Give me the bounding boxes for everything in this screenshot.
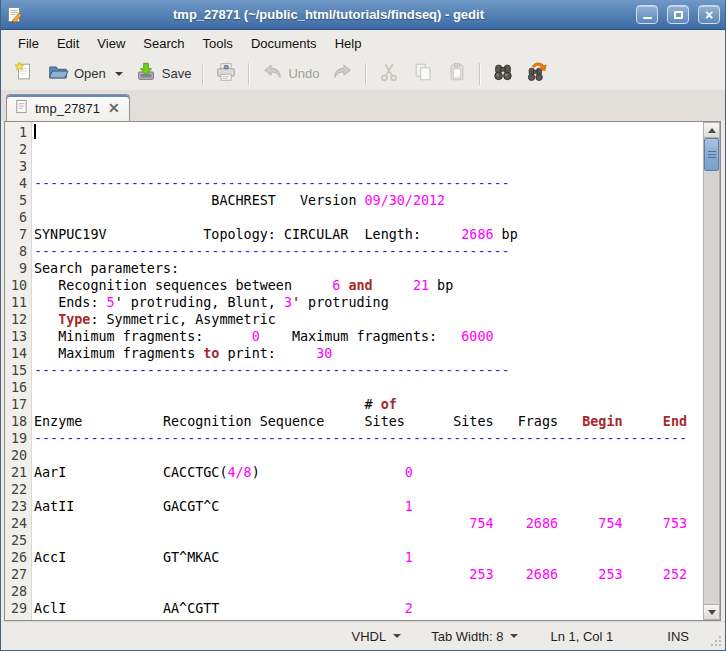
menu-item-search[interactable]: Search bbox=[134, 32, 193, 55]
toolbar-separator bbox=[365, 63, 367, 85]
menu-item-documents[interactable]: Documents bbox=[242, 32, 326, 55]
code-line: Ends: 5' protruding, Blunt, 3' protrudin… bbox=[34, 294, 701, 311]
text-cursor bbox=[34, 124, 36, 139]
copy-button[interactable] bbox=[406, 60, 440, 87]
line-number: 30 bbox=[5, 617, 27, 620]
code-line: ----------------------------------------… bbox=[34, 175, 701, 192]
code-line: ----------------------------------------… bbox=[34, 430, 701, 447]
code-line bbox=[34, 447, 701, 464]
paste-button[interactable] bbox=[440, 60, 474, 87]
line-number: 9 bbox=[5, 260, 27, 277]
line-number: 3 bbox=[5, 158, 27, 175]
close-button[interactable]: × bbox=[698, 5, 720, 24]
editor-area: 1234567891011121314151617181920212223242… bbox=[1, 121, 725, 621]
line-number: 13 bbox=[5, 328, 27, 345]
code-line bbox=[34, 209, 701, 226]
toolbar-separator bbox=[479, 63, 481, 85]
arrow-down-icon bbox=[708, 610, 716, 615]
titlebar[interactable]: tmp_27871 (~/public_html/tutorials/finds… bbox=[1, 0, 725, 30]
paste-clipboard-icon bbox=[446, 61, 468, 87]
tab-width-selector[interactable]: Tab Width: 8 bbox=[427, 626, 522, 647]
close-icon: × bbox=[705, 8, 713, 22]
maximize-icon bbox=[674, 11, 683, 19]
scroll-up-button[interactable] bbox=[703, 122, 720, 138]
line-number: 8 bbox=[5, 243, 27, 260]
scrollbar-thumb[interactable] bbox=[704, 138, 719, 171]
code-line: 1071 2313 1444 1070 bbox=[34, 617, 701, 620]
code-line: Recognition sequences between 6 and 21 b… bbox=[34, 277, 701, 294]
code-line: 253 2686 253 252 bbox=[34, 566, 701, 583]
maximize-button[interactable] bbox=[667, 5, 689, 24]
open-folder-icon bbox=[47, 61, 69, 87]
tab-width-label: Tab Width: 8 bbox=[431, 629, 503, 644]
line-number: 17 bbox=[5, 396, 27, 413]
text-frame: 1234567891011121314151617181920212223242… bbox=[4, 121, 721, 621]
code-line bbox=[34, 532, 701, 549]
menu-item-view[interactable]: View bbox=[88, 32, 134, 55]
save-button[interactable]: Save bbox=[129, 60, 198, 87]
arrow-up-icon bbox=[708, 128, 716, 133]
replace-button[interactable] bbox=[520, 60, 554, 87]
menu-item-file[interactable]: File bbox=[9, 32, 48, 55]
line-number: 4 bbox=[5, 175, 27, 192]
vertical-scrollbar[interactable] bbox=[703, 122, 720, 620]
scrollbar-trough[interactable] bbox=[703, 138, 720, 604]
code-line: AarI CACCTGC(4/8) 0 bbox=[34, 464, 701, 481]
line-number: 24 bbox=[5, 515, 27, 532]
menu-item-help[interactable]: Help bbox=[326, 32, 371, 55]
scroll-down-button[interactable] bbox=[703, 604, 720, 620]
line-number: 25 bbox=[5, 532, 27, 549]
line-number: 23 bbox=[5, 498, 27, 515]
find-binoculars-icon bbox=[492, 61, 514, 87]
resize-grip[interactable] bbox=[710, 635, 722, 647]
window-title: tmp_27871 (~/public_html/tutorials/finds… bbox=[30, 7, 627, 22]
line-number: 6 bbox=[5, 209, 27, 226]
chevron-down-icon bbox=[393, 634, 401, 638]
language-selector[interactable]: VHDL bbox=[348, 626, 406, 647]
undo-icon bbox=[261, 61, 283, 87]
tab-close-icon[interactable]: ✕ bbox=[106, 101, 122, 115]
line-number: 27 bbox=[5, 566, 27, 583]
line-number: 19 bbox=[5, 430, 27, 447]
open-button[interactable]: Open bbox=[41, 60, 129, 87]
menu-item-edit[interactable]: Edit bbox=[48, 32, 88, 55]
undo-button-label: Undo bbox=[288, 66, 319, 81]
line-number: 16 bbox=[5, 379, 27, 396]
find-button[interactable] bbox=[486, 60, 520, 87]
code-line: Minimum fragments: 0 Maximum fragments: … bbox=[34, 328, 701, 345]
new-document-button[interactable] bbox=[7, 60, 41, 87]
menubar: FileEditViewSearchToolsDocumentsHelp bbox=[1, 30, 725, 57]
undo-button[interactable]: Undo bbox=[255, 60, 325, 87]
line-number: 15 bbox=[5, 362, 27, 379]
code-line: # of bbox=[34, 396, 701, 413]
code-line: BACHREST Version 09/30/2012 bbox=[34, 192, 701, 209]
document-icon bbox=[14, 99, 29, 117]
line-number: 12 bbox=[5, 311, 27, 328]
line-number: 1 bbox=[5, 124, 27, 141]
code-line: AclI AA^CGTT 2 bbox=[34, 600, 701, 617]
cut-button[interactable] bbox=[372, 60, 406, 87]
code-line: SYNPUC19V Topology: CIRCULAR Length: 268… bbox=[34, 226, 701, 243]
code-line: Maximum fragments to print: 30 bbox=[34, 345, 701, 362]
code-line: AccI GT^MKAC 1 bbox=[34, 549, 701, 566]
statusbar: VHDL Tab Width: 8 Ln 1, Col 1 INS bbox=[1, 621, 725, 650]
chevron-down-icon bbox=[510, 634, 518, 638]
minimize-icon bbox=[643, 17, 652, 19]
toolbar: Open Save bbox=[1, 57, 725, 90]
redo-button[interactable] bbox=[326, 60, 360, 87]
open-dropdown-chevron-icon bbox=[115, 72, 123, 76]
line-number: 26 bbox=[5, 549, 27, 566]
code-line: ----------------------------------------… bbox=[34, 243, 701, 260]
tab-tmp-27871[interactable]: tmp_27871 ✕ bbox=[6, 94, 130, 121]
cut-scissors-icon bbox=[378, 61, 400, 87]
text-area[interactable]: ----------------------------------------… bbox=[32, 122, 701, 620]
code-line: Search parameters: bbox=[34, 260, 701, 277]
code-line: ----------------------------------------… bbox=[34, 362, 701, 379]
code-line: 754 2686 754 753 bbox=[34, 515, 701, 532]
menu-item-tools[interactable]: Tools bbox=[194, 32, 242, 55]
line-number: 11 bbox=[5, 294, 27, 311]
line-number: 20 bbox=[5, 447, 27, 464]
print-button[interactable] bbox=[209, 60, 243, 87]
replace-binoculars-arrow-icon bbox=[526, 61, 548, 87]
minimize-button[interactable] bbox=[636, 5, 658, 24]
